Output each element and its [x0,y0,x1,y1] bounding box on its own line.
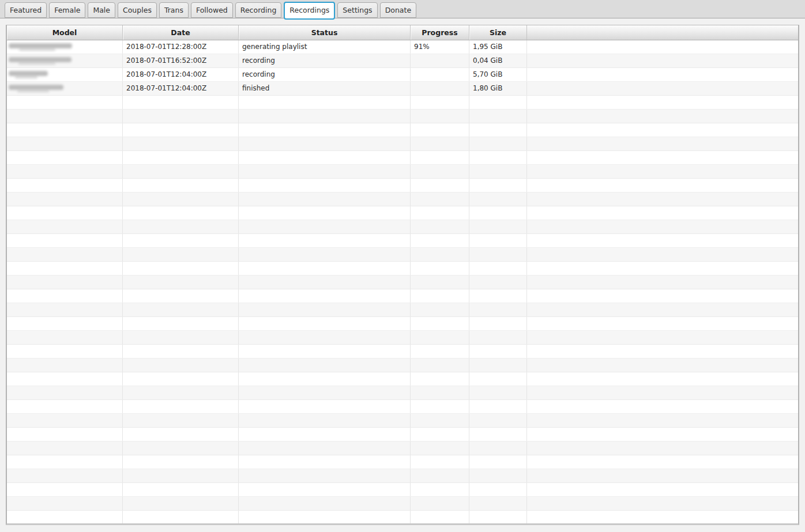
table-row[interactable] [7,317,798,331]
size-cell [469,289,527,303]
table-row[interactable] [7,386,798,400]
table-row[interactable]: 2018-07-01T12:04:00Zfinished1,80 GiB [7,82,798,96]
progress-cell [411,110,469,123]
recordings-table: Model Date Status Progress Size 2018-07-… [6,25,799,525]
model-cell [7,414,123,427]
table-row[interactable] [7,151,798,165]
filler-cell [527,96,798,109]
table-row[interactable] [7,289,798,303]
filler-cell [527,455,798,469]
size-cell: 5,70 GiB [469,68,527,81]
model-cell [7,289,123,303]
progress-cell [411,386,469,399]
tab-featured[interactable]: Featured [5,2,47,18]
table-row[interactable] [7,248,798,262]
model-cell [7,442,123,455]
model-cell [7,262,123,275]
model-cell [7,483,123,496]
status-cell [239,511,411,523]
date-cell [123,497,239,510]
size-cell [469,400,527,413]
column-header-status[interactable]: Status [239,25,411,40]
tab-male[interactable]: Male [88,2,115,18]
table-row[interactable]: 2018-07-01T16:52:00Zrecording0,04 GiB [7,54,798,68]
progress-cell [411,234,469,247]
table-row[interactable] [7,137,798,151]
table-row[interactable] [7,483,798,497]
table-row[interactable] [7,165,798,179]
date-cell [123,179,239,192]
table-row[interactable] [7,400,798,414]
tab-recordings[interactable]: Recordings [284,2,335,20]
progress-cell [411,123,469,137]
table-row[interactable] [7,359,798,372]
status-cell [239,442,411,455]
size-cell [469,511,527,523]
tab-recording[interactable]: Recording [235,2,282,18]
table-row[interactable]: 2018-07-01T12:04:00Zrecording5,70 GiB [7,68,798,82]
date-cell: 2018-07-01T12:04:00Z [123,82,239,95]
column-header-progress[interactable]: Progress [411,25,469,40]
progress-cell [411,179,469,192]
filler-cell [527,54,798,67]
table-row[interactable] [7,206,798,220]
table-row[interactable] [7,234,798,248]
table-row[interactable] [7,123,798,137]
table-row[interactable] [7,262,798,276]
date-cell [123,345,239,358]
filler-cell [527,414,798,427]
table-row[interactable] [7,469,798,483]
table-row[interactable] [7,276,798,289]
table-row[interactable] [7,179,798,193]
filler-cell [527,165,798,178]
size-cell [469,234,527,247]
size-cell [469,303,527,316]
size-cell [469,497,527,510]
tab-couples[interactable]: Couples [118,2,157,18]
size-cell [469,220,527,233]
table-row[interactable] [7,303,798,317]
status-cell [239,165,411,178]
table-row[interactable] [7,428,798,442]
progress-cell: 91% [411,40,469,54]
tab-donate[interactable]: Donate [380,2,416,18]
date-cell [123,442,239,455]
table-row[interactable] [7,110,798,123]
progress-cell [411,289,469,303]
column-header-size[interactable]: Size [469,25,527,40]
tab-followed[interactable]: Followed [191,2,233,18]
column-header-date[interactable]: Date [123,25,239,40]
tab-trans[interactable]: Trans [159,2,189,18]
table-row[interactable] [7,96,798,110]
date-cell [123,428,239,441]
progress-cell [411,303,469,316]
tab-female[interactable]: Female [49,2,85,18]
status-cell: recording [239,68,411,81]
table-row[interactable] [7,331,798,345]
status-cell [239,455,411,469]
table-row[interactable] [7,345,798,359]
table-row[interactable] [7,511,798,523]
status-cell [239,317,411,330]
size-cell [469,372,527,386]
table-row[interactable] [7,497,798,511]
size-cell [469,414,527,427]
status-cell [239,248,411,261]
table-row[interactable] [7,220,798,234]
model-cell [7,359,123,372]
model-cell [7,400,123,413]
table-row[interactable]: 2018-07-01T12:28:00Zgenerating playlist9… [7,40,798,54]
date-cell [123,483,239,496]
table-row[interactable] [7,193,798,206]
tab-settings[interactable]: Settings [337,2,377,18]
progress-cell [411,455,469,469]
progress-cell [411,400,469,413]
table-body: 2018-07-01T12:28:00Zgenerating playlist9… [7,40,798,523]
table-row[interactable] [7,455,798,469]
table-row[interactable] [7,442,798,455]
table-row[interactable] [7,372,798,386]
table-row[interactable] [7,414,798,428]
size-cell: 0,04 GiB [469,54,527,67]
filler-cell [527,137,798,150]
column-header-model[interactable]: Model [7,25,123,40]
